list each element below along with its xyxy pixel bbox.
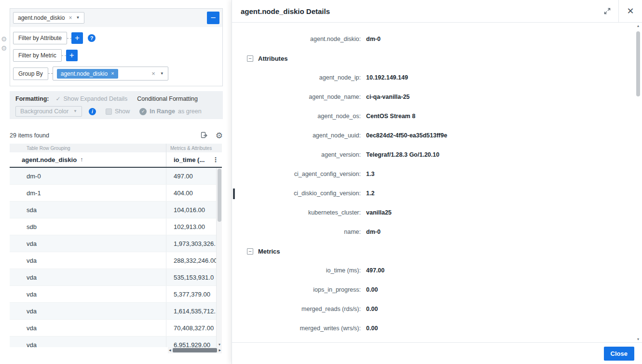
attributes-list: agent_node_ip: 10.192.149.149 agent_node… bbox=[232, 68, 635, 242]
csv-export-icon[interactable] bbox=[200, 131, 208, 140]
group-by-select[interactable]: agent.node_diskio × × ▼ bbox=[53, 67, 168, 81]
details-title: agent.node_diskio Details bbox=[232, 7, 330, 15]
details-header: agent.node_diskio Details ✕ bbox=[232, 0, 642, 23]
detail-label: ci_diskio_config_version: bbox=[232, 190, 361, 197]
table-horizontal-scrollbar[interactable]: ◂ ▸ bbox=[168, 347, 222, 353]
detail-row: agent_version: Telegraf/1.28.3 Go/1.20.1… bbox=[232, 145, 635, 164]
table-vertical-scrollbar[interactable]: ▾ bbox=[216, 168, 222, 347]
table-row[interactable]: vda 535,153,931.0 bbox=[10, 269, 222, 286]
details-vertical-scrollbar[interactable]: ▴ ▾ bbox=[635, 24, 641, 341]
row-group-cell: vda bbox=[10, 337, 166, 347]
metrics-section-title: Metrics bbox=[258, 248, 280, 255]
conditional-formatting-link[interactable]: Conditional Formatting bbox=[137, 95, 198, 102]
scroll-down-arrow-icon[interactable]: ▾ bbox=[635, 337, 641, 341]
in-range-check-icon: ✓ bbox=[139, 108, 147, 115]
connector-line bbox=[48, 73, 53, 74]
table-band: Table Row Grouping Metrics & Attributes bbox=[10, 144, 222, 152]
vertical-scrollbar-thumb[interactable] bbox=[218, 169, 221, 222]
results-table: Table Row Grouping Metrics & Attributes … bbox=[10, 144, 222, 353]
attributes-section-header[interactable]: − Attributes bbox=[232, 49, 635, 68]
row-group-cell: dm-0 bbox=[10, 168, 166, 184]
kebab-menu-icon[interactable]: ⋮ bbox=[212, 156, 219, 163]
details-body: agent.node_diskio: dm-0 − Attributes age… bbox=[232, 23, 635, 342]
detail-value: 497.00 bbox=[366, 267, 384, 274]
row-metric-cell: 102,913.00 bbox=[166, 223, 222, 230]
scroll-left-arrow-icon[interactable]: ◂ bbox=[169, 348, 171, 352]
row-metric-cell: 104,016.00 bbox=[166, 206, 222, 214]
group-by-button[interactable]: Group By bbox=[13, 67, 48, 80]
remove-icon[interactable]: × bbox=[68, 15, 72, 21]
table-row[interactable]: sdb 102,913.00 bbox=[10, 218, 222, 235]
detail-label: merged_reads (rds/s): bbox=[232, 306, 361, 312]
table-row[interactable]: dm-1 404.00 bbox=[10, 185, 222, 202]
row-metric-cell: 404.00 bbox=[166, 189, 222, 197]
metrics-section-header[interactable]: − Metrics bbox=[232, 242, 635, 261]
gear-icon[interactable]: ⚙ bbox=[1, 36, 7, 42]
add-metric-filter-button[interactable]: + bbox=[66, 50, 78, 61]
detail-label: iops_in_progress: bbox=[232, 286, 361, 293]
check-icon: ✓ bbox=[55, 95, 60, 102]
close-button[interactable]: Close bbox=[604, 347, 634, 361]
detail-label: agent_node_uuid: bbox=[232, 132, 361, 139]
column-header-metric[interactable]: io_time (... ⋮ bbox=[166, 152, 222, 167]
table-row[interactable]: vda 1,614,535,712. bbox=[10, 303, 222, 320]
in-range-label: In Range bbox=[150, 108, 175, 115]
gear-icon[interactable]: ⚙ bbox=[1, 45, 7, 52]
show-checkbox[interactable] bbox=[106, 108, 112, 115]
expand-panel-icon[interactable] bbox=[596, 0, 619, 23]
details-scrollbar-thumb[interactable] bbox=[636, 31, 640, 96]
remove-icon[interactable]: × bbox=[111, 71, 114, 76]
table-row[interactable]: dm-0 497.00 bbox=[10, 168, 222, 185]
column-header-group[interactable]: agent.node_diskio ↑ bbox=[10, 152, 166, 167]
detail-label: agent.node_diskio: bbox=[232, 36, 361, 42]
table-row[interactable]: vda 6,951,929.00 bbox=[10, 337, 222, 347]
detail-row: agent_node_name: ci-qa-vanilla-25 bbox=[232, 87, 635, 107]
scroll-down-arrow-icon[interactable]: ▾ bbox=[217, 342, 222, 347]
row-metric-cell: 6,951,929.00 bbox=[166, 341, 222, 348]
group-by-chip[interactable]: agent.node_diskio × bbox=[57, 69, 118, 79]
background-color-select[interactable]: Background Color ▼ bbox=[15, 106, 82, 117]
detail-value: 0ec824d2-4f50-ea35d513ff9e bbox=[366, 132, 447, 139]
scroll-up-arrow-icon[interactable]: ▴ bbox=[635, 24, 641, 28]
detail-value: 0.00 bbox=[366, 325, 378, 332]
results-header: 29 items found ⚙ bbox=[10, 131, 223, 140]
add-attribute-filter-button[interactable]: + bbox=[71, 32, 83, 44]
row-group-cell: vda bbox=[10, 252, 166, 269]
detail-label: agent_node_os: bbox=[232, 113, 361, 120]
collapse-section-icon: − bbox=[247, 55, 253, 62]
table-row[interactable]: vda 5,377,379.00 bbox=[10, 286, 222, 303]
collapse-query-button[interactable]: − bbox=[207, 12, 219, 24]
help-icon[interactable]: ? bbox=[88, 34, 96, 42]
entity-chip[interactable]: agent.node_diskio × ▼ bbox=[13, 12, 84, 24]
formatting-row-2: Background Color ▼ i Show ✓ In Range as … bbox=[15, 106, 217, 117]
filter-by-attribute-button[interactable]: Filter by Attribute bbox=[13, 32, 67, 44]
column-header-group-label: agent.node_diskio bbox=[22, 156, 77, 163]
scroll-right-arrow-icon[interactable]: ▸ bbox=[219, 348, 221, 352]
row-metric-cell: 535,153,931.0 bbox=[166, 274, 222, 281]
details-panel: agent.node_diskio Details ✕ agent.node_d… bbox=[232, 0, 642, 364]
as-green-label: as green bbox=[178, 108, 202, 115]
band-row-grouping-label: Table Row Grouping bbox=[10, 144, 166, 152]
formatting-bar: Formatting: ✓ Show Expanded Details Cond… bbox=[10, 91, 223, 119]
filter-by-metric-button[interactable]: Filter by Metric bbox=[13, 49, 62, 62]
table-row[interactable]: vda 1,973,303,326. bbox=[10, 235, 222, 252]
detail-row: io_time (ms): 497.00 bbox=[232, 261, 635, 280]
row-metric-cell: 70,408,327.00 bbox=[166, 324, 222, 332]
table-row[interactable]: vda 288,332,246.00 bbox=[10, 252, 222, 269]
chevron-down-icon[interactable]: ▼ bbox=[160, 72, 164, 76]
table-row[interactable]: sda 104,016.00 bbox=[10, 202, 222, 218]
clear-icon[interactable]: × bbox=[151, 70, 155, 77]
chevron-down-icon[interactable]: ▼ bbox=[76, 16, 80, 20]
show-expanded-details-toggle[interactable]: Show Expanded Details bbox=[64, 95, 128, 102]
detail-row: name: dm-0 bbox=[232, 222, 635, 242]
table-column-headers: agent.node_diskio ↑ io_time (... ⋮ bbox=[10, 152, 222, 168]
detail-label: io_time (ms): bbox=[232, 267, 361, 274]
detail-value: CentOS Stream 8 bbox=[366, 113, 415, 120]
close-panel-icon[interactable]: ✕ bbox=[619, 0, 642, 23]
row-group-cell: sda bbox=[10, 202, 166, 218]
chevron-down-icon: ▼ bbox=[73, 109, 77, 113]
table-row[interactable]: vda 70,408,327.00 bbox=[10, 320, 222, 337]
horizontal-scrollbar-thumb[interactable] bbox=[173, 348, 218, 352]
table-settings-gear-icon[interactable]: ⚙ bbox=[216, 132, 223, 140]
info-icon[interactable]: i bbox=[89, 108, 96, 115]
